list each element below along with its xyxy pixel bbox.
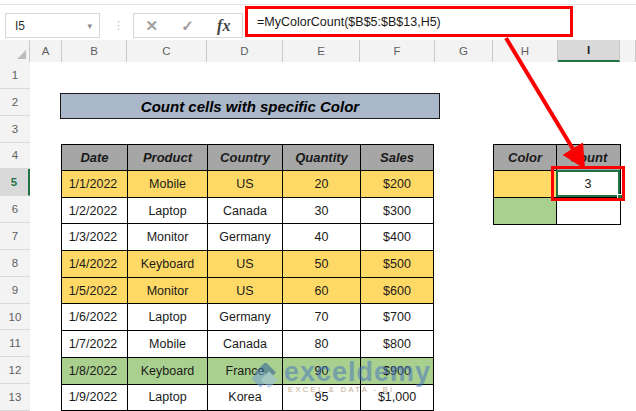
table-cell[interactable]: Germany bbox=[208, 304, 283, 331]
table-cell[interactable]: Laptop bbox=[128, 384, 208, 411]
color-swatch-cell[interactable] bbox=[494, 198, 557, 225]
table-cell[interactable]: 60 bbox=[283, 277, 361, 304]
column-header-i[interactable]: I bbox=[558, 40, 620, 62]
column-header-cell-date[interactable]: Date bbox=[62, 145, 128, 171]
table-cell[interactable]: $300 bbox=[361, 197, 434, 224]
column-header-d[interactable]: D bbox=[207, 40, 283, 62]
table-cell[interactable]: Germany bbox=[208, 224, 283, 251]
table-cell[interactable]: France bbox=[208, 357, 283, 384]
column-header-cell-quantity[interactable]: Quantity bbox=[283, 145, 361, 171]
table-cell[interactable]: US bbox=[208, 277, 283, 304]
row-header-6[interactable]: 6 bbox=[0, 196, 30, 223]
color-table-header-color[interactable]: Color bbox=[494, 145, 557, 171]
table-cell[interactable]: $1,000 bbox=[361, 384, 434, 411]
table-cell[interactable]: US bbox=[208, 171, 283, 198]
table-row: 1/1/2022MobileUS20$200 bbox=[62, 171, 434, 198]
table-cell[interactable]: $600 bbox=[361, 277, 434, 304]
column-header-a[interactable]: A bbox=[30, 40, 62, 62]
table-row: 1/2/2022LaptopCanada30$300 bbox=[62, 197, 434, 224]
table-cell[interactable]: US bbox=[208, 251, 283, 278]
table-cell[interactable]: 95 bbox=[283, 384, 361, 411]
title-banner-cell[interactable]: Count cells with specific Color bbox=[60, 93, 440, 119]
column-header-c[interactable]: C bbox=[127, 40, 207, 62]
table-cell[interactable]: 80 bbox=[283, 331, 361, 358]
table-cell[interactable]: $800 bbox=[361, 331, 434, 358]
row-header-10[interactable]: 10 bbox=[0, 304, 30, 331]
table-cell[interactable]: Canada bbox=[208, 331, 283, 358]
color-swatch-cell[interactable] bbox=[494, 171, 557, 198]
table-cell[interactable]: Monitor bbox=[128, 277, 208, 304]
table-cell[interactable]: Laptop bbox=[128, 197, 208, 224]
select-all-button[interactable] bbox=[0, 40, 30, 62]
table-cell[interactable]: 90 bbox=[283, 357, 361, 384]
selected-cell-value: 3 bbox=[585, 177, 592, 191]
formula-input[interactable]: =MyColorCount($B$5:$B$13,H5) bbox=[245, 6, 573, 37]
table-cell[interactable]: Canada bbox=[208, 197, 283, 224]
column-header-f[interactable]: F bbox=[360, 40, 435, 62]
table-cell[interactable]: $500 bbox=[361, 251, 434, 278]
chrome-divider bbox=[0, 4, 636, 5]
table-cell[interactable]: Keyboard bbox=[128, 357, 208, 384]
table-cell[interactable]: 70 bbox=[283, 304, 361, 331]
column-header-e[interactable]: E bbox=[283, 40, 360, 62]
color-table-header-count[interactable]: Count bbox=[557, 145, 621, 171]
table-cell[interactable]: 1/7/2022 bbox=[62, 331, 128, 358]
row-header-7[interactable]: 7 bbox=[0, 223, 30, 250]
table-cell[interactable]: 30 bbox=[283, 197, 361, 224]
row-header-8[interactable]: 8 bbox=[0, 250, 30, 277]
cancel-icon[interactable]: ✕ bbox=[146, 17, 159, 35]
table-cell[interactable]: Korea bbox=[208, 384, 283, 411]
table-cell[interactable]: 1/1/2022 bbox=[62, 171, 128, 198]
table-cell[interactable]: 1/9/2022 bbox=[62, 384, 128, 411]
enter-icon[interactable]: ✓ bbox=[181, 17, 194, 35]
name-box[interactable]: I5 ▾ bbox=[5, 13, 100, 38]
table-cell[interactable]: 1/4/2022 bbox=[62, 251, 128, 278]
row-header-2[interactable]: 2 bbox=[0, 89, 30, 116]
count-cell[interactable] bbox=[557, 198, 621, 225]
table-cell[interactable]: 1/6/2022 bbox=[62, 304, 128, 331]
column-header-cell-sales[interactable]: Sales bbox=[361, 145, 434, 171]
fill-handle[interactable] bbox=[617, 194, 623, 200]
selected-cell-i5[interactable]: 3 bbox=[556, 170, 620, 197]
column-header-h[interactable]: H bbox=[493, 40, 558, 62]
table-cell[interactable]: 20 bbox=[283, 171, 361, 198]
table-cell[interactable]: Mobile bbox=[128, 331, 208, 358]
table-cell[interactable]: $400 bbox=[361, 224, 434, 251]
table-cell[interactable]: 1/2/2022 bbox=[62, 197, 128, 224]
excel-window: I5 ▾ ⋮ ✕ ✓ fx =MyColorCount($B$5:$B$13,H… bbox=[0, 0, 636, 411]
row-header-12[interactable]: 12 bbox=[0, 357, 30, 384]
column-header-b[interactable]: B bbox=[62, 40, 127, 62]
table-row: 1/3/2022MonitorGermany40$400 bbox=[62, 224, 434, 251]
column-header-g[interactable]: G bbox=[435, 40, 493, 62]
table-cell[interactable]: 40 bbox=[283, 224, 361, 251]
row-header-3[interactable]: 3 bbox=[0, 116, 30, 143]
table-cell[interactable]: Mobile bbox=[128, 171, 208, 198]
table-cell[interactable]: Laptop bbox=[128, 304, 208, 331]
table-cell[interactable]: 1/5/2022 bbox=[62, 277, 128, 304]
table-cell[interactable]: $900 bbox=[361, 357, 434, 384]
table-cell[interactable]: 50 bbox=[283, 251, 361, 278]
sales-data-table: DateProductCountryQuantitySales1/1/2022M… bbox=[61, 144, 434, 411]
color-table-header-row: ColorCount bbox=[494, 145, 621, 171]
table-cell[interactable]: $700 bbox=[361, 304, 434, 331]
table-cell[interactable]: 1/3/2022 bbox=[62, 224, 128, 251]
table-cell[interactable]: Keyboard bbox=[128, 251, 208, 278]
row-header-4[interactable]: 4 bbox=[0, 143, 30, 170]
table-row: 1/5/2022MonitorUS60$600 bbox=[62, 277, 434, 304]
title-text: Count cells with specific Color bbox=[141, 98, 359, 115]
column-header-partial[interactable] bbox=[620, 40, 636, 62]
row-header-11[interactable]: 11 bbox=[0, 330, 30, 357]
row-header-9[interactable]: 9 bbox=[0, 277, 30, 304]
table-cell[interactable]: 1/8/2022 bbox=[62, 357, 128, 384]
table-cell[interactable]: Monitor bbox=[128, 224, 208, 251]
row-header-1[interactable]: 1 bbox=[0, 62, 30, 89]
name-box-dropdown-icon[interactable]: ▾ bbox=[87, 21, 92, 31]
column-header-cell-product[interactable]: Product bbox=[128, 145, 208, 171]
row-header-13[interactable]: 13 bbox=[0, 384, 30, 411]
row-header-5[interactable]: 5 bbox=[0, 169, 30, 196]
insert-function-icon[interactable]: fx bbox=[217, 17, 230, 35]
formula-bar-buttons: ✕ ✓ fx bbox=[133, 13, 243, 38]
table-row: 1/6/2022LaptopGermany70$700 bbox=[62, 304, 434, 331]
column-header-cell-country[interactable]: Country bbox=[208, 145, 283, 171]
table-cell[interactable]: $200 bbox=[361, 171, 434, 198]
